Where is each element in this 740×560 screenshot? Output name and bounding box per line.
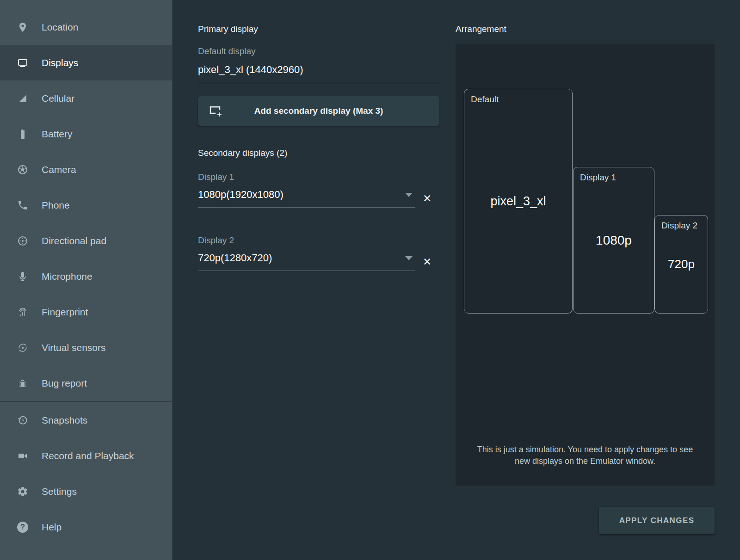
sidebar-item-label: Battery <box>42 129 73 140</box>
apply-changes-button[interactable]: APPLY CHANGES <box>599 507 715 534</box>
primary-display-heading: Primary display <box>198 24 439 34</box>
bug-report-icon <box>17 377 29 389</box>
add-display-icon <box>208 104 222 120</box>
sidebar-item-label: Location <box>42 22 78 33</box>
add-secondary-display-button[interactable]: Add secondary display (Max 3) <box>198 96 439 126</box>
dpad-icon <box>17 235 29 247</box>
arrangement-heading: Arrangement <box>456 24 715 34</box>
arrangement-display-2[interactable]: Display 2 720p <box>654 215 708 314</box>
display-1-dropdown[interactable]: 1080p(1920x1080) <box>198 189 415 208</box>
simulation-note: This is just a simulation. You need to a… <box>456 444 715 467</box>
sidebar: Location Displays Cellular Battery Camer <box>0 0 173 560</box>
sidebar-item-label: Directional pad <box>42 235 106 246</box>
secondary-displays-heading: Secondary displays (2) <box>198 148 439 158</box>
arrangement-default-value: pixel_3_xl <box>464 89 572 313</box>
sidebar-item-label: Record and Playback <box>42 450 134 462</box>
help-icon: ? <box>17 521 29 533</box>
sidebar-item-bug-report[interactable]: Bug report <box>0 365 172 401</box>
record-icon <box>17 450 29 462</box>
extended-controls-window: Location Displays Cellular Battery Camer <box>0 0 740 560</box>
display-1-value: 1080p(1920x1080) <box>198 189 284 201</box>
display-1-remove-button[interactable]: ✕ <box>423 193 432 204</box>
arrangement-display-1[interactable]: Display 1 1080p <box>573 167 654 314</box>
display-2-group: Display 2 720p(1280x720) ✕ <box>198 235 439 271</box>
sidebar-item-label: Virtual sensors <box>42 342 106 353</box>
location-icon <box>17 21 29 33</box>
sidebar-item-label: Displays <box>42 57 78 68</box>
footer-actions: APPLY CHANGES <box>456 507 715 534</box>
display-2-dropdown[interactable]: 720p(1280x720) <box>198 252 415 271</box>
sidebar-item-microphone[interactable]: Microphone <box>0 258 172 294</box>
sidebar-item-label: Bug report <box>42 378 87 389</box>
sidebar-item-label: Camera <box>42 164 76 175</box>
display-2-label: Display 2 <box>198 235 439 246</box>
chevron-down-icon <box>405 256 413 260</box>
sidebar-item-virtual-sensors[interactable]: Virtual sensors <box>0 330 172 365</box>
sidebar-item-battery[interactable]: Battery <box>0 116 172 152</box>
arrangement-display-1-value: 1080p <box>574 167 654 313</box>
sidebar-item-label: Microphone <box>42 271 92 282</box>
default-display-label: Default display <box>198 46 439 56</box>
settings-icon <box>17 486 29 498</box>
add-secondary-display-label: Add secondary display (Max 3) <box>254 106 383 116</box>
sidebar-divider <box>0 401 172 402</box>
sidebar-item-label: Help <box>42 522 62 533</box>
microphone-icon <box>17 271 29 283</box>
virtual-sensors-icon <box>17 342 29 354</box>
cellular-icon <box>17 92 29 105</box>
chevron-down-icon <box>405 193 413 197</box>
arrangement-column: Arrangement Default pixel_3_xl Display 1… <box>456 0 715 560</box>
sidebar-item-fingerprint[interactable]: Fingerprint <box>0 294 172 330</box>
sidebar-item-label: Settings <box>42 486 77 497</box>
displays-page: Primary display Default display pixel_3_… <box>173 0 740 560</box>
sidebar-item-label: Phone <box>42 200 70 211</box>
battery-icon <box>17 128 29 140</box>
camera-icon <box>17 164 29 176</box>
display-2-value: 720p(1280x720) <box>198 252 272 264</box>
sidebar-item-location[interactable]: Location <box>0 9 172 45</box>
sidebar-item-snapshots[interactable]: Snapshots <box>0 402 172 438</box>
sidebar-item-label: Cellular <box>42 93 74 104</box>
sidebar-item-label: Snapshots <box>42 415 87 426</box>
snapshots-icon <box>17 414 29 426</box>
sidebar-item-camera[interactable]: Camera <box>0 152 172 187</box>
display-settings-column: Primary display Default display pixel_3_… <box>198 0 439 560</box>
sidebar-item-help[interactable]: ? Help <box>0 509 172 545</box>
sidebar-item-directional-pad[interactable]: Directional pad <box>0 223 172 258</box>
displays-icon <box>17 57 29 69</box>
arrangement-panel: Default pixel_3_xl Display 1 1080p Displ… <box>456 44 715 486</box>
fingerprint-icon <box>17 306 29 318</box>
sidebar-item-settings[interactable]: Settings <box>0 474 172 509</box>
display-1-label: Display 1 <box>198 172 439 182</box>
default-display-value: pixel_3_xl (1440x2960) <box>198 64 439 83</box>
arrangement-default-display: Default pixel_3_xl <box>464 89 573 314</box>
sidebar-item-displays[interactable]: Displays <box>0 45 172 80</box>
display-1-group: Display 1 1080p(1920x1080) ✕ <box>198 172 439 208</box>
sidebar-item-record-and-playback[interactable]: Record and Playback <box>0 438 172 474</box>
sidebar-item-cellular[interactable]: Cellular <box>0 80 172 116</box>
display-2-remove-button[interactable]: ✕ <box>423 257 432 267</box>
phone-icon <box>17 199 29 211</box>
sidebar-item-phone[interactable]: Phone <box>0 187 172 223</box>
sidebar-item-label: Fingerprint <box>42 307 88 318</box>
arrangement-display-2-value: 720p <box>655 215 708 313</box>
